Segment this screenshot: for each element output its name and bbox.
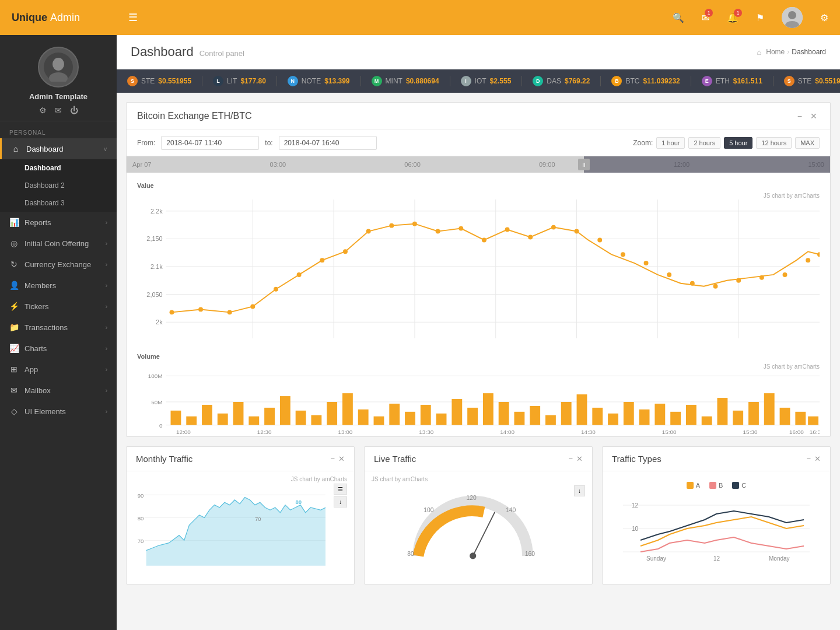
sidebar-item-tickers[interactable]: ⚡ Tickers › xyxy=(0,296,117,317)
sidebar-item-dashboard[interactable]: ⌂ Dashboard ∨ xyxy=(0,138,117,159)
svg-rect-98 xyxy=(795,412,806,425)
sidebar-item-members[interactable]: 👤 Members › xyxy=(0,275,117,296)
volume-chart-area: Volume JS chart by amCharts 100M 50M 0 xyxy=(127,344,830,436)
mail-button[interactable]: ✉ 1 xyxy=(702,12,709,23)
chevron-right-icon-charts: › xyxy=(106,345,107,352)
live-download-btn[interactable]: ↓ xyxy=(574,485,585,496)
reports-icon: 📊 xyxy=(9,218,19,227)
svg-rect-80 xyxy=(514,412,524,425)
svg-rect-68 xyxy=(327,402,337,425)
sidebar-item-label-tickers: Tickers xyxy=(24,302,48,311)
sidebar-item-app[interactable]: ⊞ App › xyxy=(0,359,117,380)
close-button[interactable]: ✕ xyxy=(808,111,820,121)
bitcoin-chart-header: Bitcoin Exchange ETH/BTC − ✕ xyxy=(127,103,830,130)
monthly-export-btn[interactable]: ☰ xyxy=(334,484,347,495)
svg-rect-74 xyxy=(421,405,431,425)
to-date-input[interactable] xyxy=(279,136,377,150)
monthly-download-btn[interactable]: ↓ xyxy=(334,496,347,508)
sidebar-item-charts[interactable]: 📈 Charts › xyxy=(0,338,117,359)
ticker-price: $769.22 xyxy=(565,77,590,85)
svg-point-51 xyxy=(817,252,820,257)
zoom-12hours[interactable]: 12 hours xyxy=(756,137,792,149)
zoom-5hour[interactable]: 5 hour xyxy=(724,137,752,149)
svg-rect-59 xyxy=(186,416,197,425)
power-icon[interactable]: ⏻ xyxy=(70,106,78,115)
range-handle[interactable]: ⏸ xyxy=(578,159,590,170)
svg-text:14:30: 14:30 xyxy=(581,429,596,434)
bitcoin-chart-panel: Bitcoin Exchange ETH/BTC − ✕ From: to: Z… xyxy=(126,102,831,437)
types-minimize-button[interactable]: − xyxy=(806,454,811,463)
breadcrumb-home[interactable]: Home xyxy=(766,48,785,56)
svg-marker-116 xyxy=(146,498,326,566)
sidebar-item-mailbox[interactable]: ✉ Mailbox › xyxy=(0,380,117,401)
chart-panel-controls: − ✕ xyxy=(795,111,820,121)
live-close-button[interactable]: ✕ xyxy=(576,454,583,463)
sidebar-submenu-dashboard-1[interactable]: Dashboard xyxy=(0,159,117,177)
legend-label-c: C xyxy=(741,482,746,489)
page-subtitle: Control panel xyxy=(200,49,244,58)
legend-item-c: C xyxy=(732,482,746,489)
pause-icon: ⏸ xyxy=(581,162,587,168)
svg-text:12: 12 xyxy=(713,555,720,562)
legend-dot-a xyxy=(687,482,694,489)
svg-text:70: 70 xyxy=(255,516,261,522)
hamburger-button[interactable]: ☰ xyxy=(128,11,138,24)
top-header: ☰ 🔍 ✉ 1 🔔 1 ⚑ ⚙ xyxy=(117,0,840,35)
svg-rect-91 xyxy=(686,405,696,425)
volume-axis-label: Volume xyxy=(137,349,820,363)
volume-chart-svg: 100M 50M 0 xyxy=(137,370,820,434)
sidebar-submenu-dashboard-3[interactable]: Dashboard 3 xyxy=(0,194,117,212)
range-slider[interactable]: Apr 07 03:00 06:00 09:00 12:00 15:00 ⏸ xyxy=(127,156,830,173)
minimize-button[interactable]: − xyxy=(795,111,804,121)
svg-rect-93 xyxy=(718,398,728,425)
ticker-price: $161.511 xyxy=(733,77,762,85)
flag-button[interactable]: ⚑ xyxy=(756,12,764,23)
svg-rect-67 xyxy=(311,415,321,425)
ticker-inner: S STE $0.551955 L LIT $177.80 N NOTE $13… xyxy=(117,76,840,86)
svg-text:2.1k: 2.1k xyxy=(150,263,163,270)
svg-text:Monday: Monday xyxy=(769,555,790,562)
brand-text: Unique Admin xyxy=(12,12,80,24)
sidebar-submenu-dashboard-2[interactable]: Dashboard 2 xyxy=(0,177,117,194)
monthly-close-button[interactable]: ✕ xyxy=(338,454,345,463)
traffic-types-panel: Traffic Types − ✕ A xyxy=(602,446,831,584)
currency-icon: ↻ xyxy=(9,260,19,269)
sidebar-submenu-dashboard: Dashboard Dashboard 2 Dashboard 3 xyxy=(0,159,117,212)
live-traffic-body: JS chart by amCharts ↓ 80 100 120 xyxy=(365,471,592,579)
live-minimize-button[interactable]: − xyxy=(568,454,573,463)
svg-point-26 xyxy=(250,304,255,309)
settings-icon[interactable]: ⚙ xyxy=(39,106,47,115)
search-button[interactable]: 🔍 xyxy=(673,12,684,23)
svg-point-34 xyxy=(436,229,440,234)
sidebar-item-currency[interactable]: ↻ Currency Exchange › xyxy=(0,254,117,275)
notifications-button[interactable]: 🔔 1 xyxy=(727,12,738,23)
monthly-minimize-button[interactable]: − xyxy=(330,454,335,463)
from-date-input[interactable] xyxy=(161,136,259,150)
ticker-item-ste: S STE $0.551955 xyxy=(774,76,840,86)
svg-text:80: 80 xyxy=(138,515,144,522)
brand-light: Admin xyxy=(50,12,80,23)
ticker-coin-icon: L xyxy=(213,76,223,86)
zoom-1hour[interactable]: 1 hour xyxy=(656,137,685,149)
sidebar-item-ui[interactable]: ◇ UI Elements › xyxy=(0,401,117,422)
settings-header-button[interactable]: ⚙ xyxy=(820,12,828,23)
svg-point-36 xyxy=(482,237,487,242)
sidebar-item-reports[interactable]: 📊 Reports › xyxy=(0,212,117,233)
ticker-item-note: N NOTE $13.399 xyxy=(277,76,361,86)
sidebar-item-transactions[interactable]: 📁 Transactions › xyxy=(0,317,117,338)
zoom-group: Zoom: 1 hour 2 hours 5 hour 12 hours MAX xyxy=(633,137,820,149)
svg-text:70: 70 xyxy=(138,538,144,544)
zoom-max[interactable]: MAX xyxy=(795,137,820,149)
types-close-button[interactable]: ✕ xyxy=(814,454,821,463)
user-avatar[interactable] xyxy=(782,7,803,28)
svg-point-31 xyxy=(366,229,371,234)
svg-rect-94 xyxy=(733,411,743,425)
flag-icon: ⚑ xyxy=(756,13,764,23)
zoom-2hours[interactable]: 2 hours xyxy=(688,137,720,149)
svg-text:12:00: 12:00 xyxy=(176,429,191,434)
svg-point-40 xyxy=(575,229,579,234)
sidebar-item-ico[interactable]: ◎ Initial Coin Offering › xyxy=(0,233,117,254)
mail-icon[interactable]: ✉ xyxy=(55,106,62,115)
mail-badge: 1 xyxy=(705,9,713,17)
svg-text:90: 90 xyxy=(138,492,144,499)
